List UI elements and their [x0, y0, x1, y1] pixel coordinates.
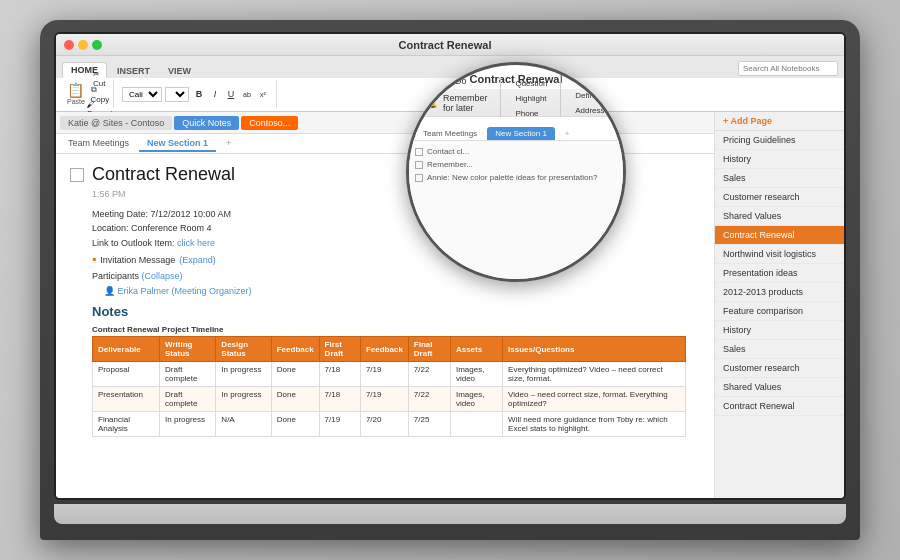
invitation-row: ▪ Invitation Message (Expand) [92, 250, 700, 269]
table-cell: In progress [160, 412, 216, 437]
sidebar-page-item[interactable]: Contract Renewal [715, 397, 844, 416]
sidebar-page-item[interactable]: Pricing Guidelines [715, 131, 844, 150]
magnify-ribbon: ☑ To Do 🔔 Remember for later 👤 [409, 89, 623, 117]
organizer-link[interactable]: Erika Palmer (Meeting Organizer) [118, 286, 252, 296]
search-input[interactable] [738, 61, 838, 76]
table-cell: 7/25 [408, 412, 450, 437]
mag-note-lines: Contact cl...Remember...Annie: New color… [415, 147, 617, 182]
tab-insert[interactable]: INSERT [109, 64, 158, 78]
maximize-button[interactable] [92, 40, 102, 50]
sidebar-page-item[interactable]: Northwind visit logistics [715, 245, 844, 264]
address-label: Address [575, 106, 604, 115]
sidebar-page-item[interactable]: 2012-2013 products [715, 283, 844, 302]
clipboard-group: 📋 Paste ✂ Cut ⧉ Copy 🖌 Format [62, 80, 114, 108]
sidebar-page-item[interactable]: Sales [715, 169, 844, 188]
col-issues: Issues/Questions [503, 337, 686, 362]
col-assets: Assets [450, 337, 502, 362]
sidebar-page-item[interactable]: Contract Renewal [715, 226, 844, 245]
participants-collapse-link[interactable]: (Collapse) [142, 271, 183, 281]
window-controls [64, 40, 102, 50]
table-cell: 7/18 [319, 387, 360, 412]
mag-tab-team[interactable]: Team Meetings [415, 127, 485, 140]
table-cell: Will need more guidance from Toby re: wh… [503, 412, 686, 437]
mag-checkbox[interactable] [415, 174, 423, 182]
table-cell: 7/19 [360, 362, 408, 387]
underline-button[interactable]: U [224, 87, 238, 101]
sidebar-page-item[interactable]: History [715, 321, 844, 340]
sidebar-page-item[interactable]: History [715, 150, 844, 169]
notebook-tab-quicknotes[interactable]: Quick Notes [174, 116, 239, 130]
highlight-label: Highlight [515, 94, 546, 103]
mag-note-line: Remember... [415, 160, 617, 169]
table-cell: Done [271, 362, 319, 387]
table-cell: Draft complete [160, 362, 216, 387]
invitation-label: Invitation Message [100, 253, 175, 267]
page-tab-team-meetings[interactable]: Team Meetings [60, 136, 137, 152]
italic-button[interactable]: I [208, 87, 222, 101]
remember-label: Remember for later [443, 93, 490, 113]
outlook-link[interactable]: click here [177, 238, 215, 248]
window-title: Contract Renewal [108, 39, 782, 51]
paste-button[interactable]: 📋 Paste [62, 81, 90, 107]
table-title: Contract Renewal Project Timeline [92, 325, 700, 334]
tab-view[interactable]: VIEW [160, 64, 199, 78]
table-cell: Video – need correct size, format. Every… [503, 387, 686, 412]
table-cell: 7/22 [408, 362, 450, 387]
table-cell: Financial Analysis [93, 412, 160, 437]
minimize-button[interactable] [78, 40, 88, 50]
laptop-base [54, 504, 846, 524]
sidebar-page-item[interactable]: Customer research [715, 188, 844, 207]
mag-item-question[interactable]: Question [509, 77, 556, 90]
mag-item-highlight[interactable]: Highlight [509, 92, 556, 105]
table-cell: In progress [216, 362, 271, 387]
mag-checkbox[interactable] [415, 161, 423, 169]
add-page-button[interactable]: + Add Page [715, 112, 844, 131]
page-tab-new-section[interactable]: New Section 1 [139, 136, 216, 152]
subscript-button[interactable]: x² [256, 87, 270, 101]
font-size-select[interactable]: 10 [165, 87, 189, 102]
table-cell: 7/22 [408, 387, 450, 412]
sidebar-page-item[interactable]: Feature comparison [715, 302, 844, 321]
sidebar-page-item[interactable]: Presentation ideas [715, 264, 844, 283]
notebook-tab-contoso[interactable]: Contoso... [241, 116, 298, 130]
invitation-expand-link[interactable]: (Expand) [179, 253, 216, 267]
table-cell: N/A [216, 412, 271, 437]
col-final-draft: Final Draft [408, 337, 450, 362]
project-table: Deliverable Writing Status Design Status… [92, 336, 686, 437]
link-label: Link to Outlook Item: [92, 238, 175, 248]
page-title-checkbox[interactable] [70, 168, 84, 182]
mag-tab-section[interactable]: New Section 1 [487, 127, 555, 140]
sidebar-page-item[interactable]: Shared Values [715, 378, 844, 397]
col-feedback2: Feedback [360, 337, 408, 362]
mag-checkbox[interactable] [415, 148, 423, 156]
table-cell: Images, video [450, 362, 502, 387]
page-tab-add[interactable]: + [218, 136, 239, 152]
magnify-overlay: Contract Renewal ☑ To Do 🔔 Remember for … [406, 62, 626, 282]
mag-note-line: Contact cl... [415, 147, 617, 156]
sidebar-page-item[interactable]: Customer research [715, 359, 844, 378]
mag-tab-add[interactable]: + [557, 127, 578, 140]
copy-button[interactable]: ⧉ Copy [93, 87, 107, 101]
outlook-link-row: Link to Outlook Item: click here [92, 236, 700, 250]
table-cell: 7/20 [360, 412, 408, 437]
table-row: ProposalDraft completeIn progressDone7/1… [93, 362, 686, 387]
bold-button[interactable]: B [192, 87, 206, 101]
right-sidebar: + Add Page Pricing GuidelinesHistorySale… [714, 112, 844, 498]
notes-heading: Notes [92, 304, 700, 319]
table-cell: Draft complete [160, 387, 216, 412]
notebook-tab-katie[interactable]: Katie @ Sites - Contoso [60, 116, 172, 130]
paste-icon: 📋 [67, 83, 84, 97]
table-cell: 7/19 [319, 412, 360, 437]
question-label: Question [515, 79, 547, 88]
close-button[interactable] [64, 40, 74, 50]
table-row: PresentationDraft completeIn progressDon… [93, 387, 686, 412]
strikethrough-button[interactable]: ab [240, 87, 254, 101]
participants-label: Participants [92, 271, 139, 281]
sidebar-page-item[interactable]: Shared Values [715, 207, 844, 226]
sidebar-page-item[interactable]: Sales [715, 340, 844, 359]
mag-note-line: Annie: New color palette ideas for prese… [415, 173, 617, 182]
table-cell: Everything optimized? Video – need corre… [503, 362, 686, 387]
participants-row: Participants (Collapse) [92, 269, 700, 283]
font-family-select[interactable]: Calibri [122, 87, 162, 102]
col-first-draft: First Draft [319, 337, 360, 362]
